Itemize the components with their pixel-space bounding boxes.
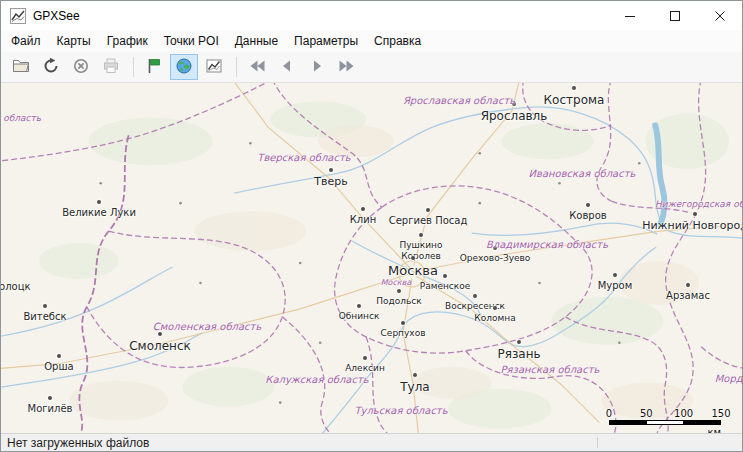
city-label: Коломна: [474, 313, 515, 323]
menu-poi[interactable]: Точки POI: [156, 31, 227, 51]
region-label: Калужская область: [265, 374, 368, 385]
region-label: Москва: [381, 278, 412, 287]
city-label: Полоцк: [1, 281, 31, 292]
city-label: Витебск: [23, 311, 66, 322]
city-dot: [686, 283, 690, 287]
city-label: Раменское: [420, 281, 471, 291]
city-dot: [443, 274, 447, 278]
window-title: GPXSee: [33, 9, 80, 23]
city-label: Арзамас: [666, 290, 710, 301]
gpxsee-window: GPXSee Файл Карты График Точки POI Данны…: [0, 0, 743, 452]
first-icon: [247, 56, 267, 79]
city-label: Обнинск: [339, 311, 380, 321]
city-label: Сергиев Посад: [389, 215, 468, 226]
menu-maps[interactable]: Карты: [49, 31, 99, 51]
region-label: Смоленская область: [153, 321, 262, 332]
menu-bar: Файл Карты График Точки POI Данные Парам…: [1, 30, 742, 52]
first-file-button[interactable]: [243, 54, 271, 80]
close-file-icon: [71, 56, 91, 79]
city-label: Серпухов: [381, 328, 426, 338]
maximize-button[interactable]: [652, 1, 697, 30]
city-dot: [413, 373, 417, 377]
menu-help[interactable]: Справка: [366, 31, 429, 51]
open-file-button[interactable]: [7, 54, 35, 80]
previous-file-button[interactable]: [273, 54, 301, 80]
region-label: Ярославская область: [403, 95, 515, 106]
scale-tick-label: 0: [606, 408, 612, 419]
city-dot: [397, 289, 401, 293]
title-bar[interactable]: GPXSee: [1, 1, 742, 30]
city-dot: [48, 396, 52, 400]
menu-file[interactable]: Файл: [3, 31, 49, 51]
city-dot: [401, 321, 405, 325]
city-label: Орехово-Зуево: [460, 253, 531, 263]
graph-icon: [204, 56, 224, 79]
city-label: Орша: [44, 361, 74, 372]
city-label: Нижний Новгород: [642, 219, 742, 232]
city-dot: [361, 207, 365, 211]
show-map-button[interactable]: [170, 54, 198, 80]
city-dot: [693, 212, 697, 216]
scale-segment: [610, 421, 647, 424]
city-label: Смоленск: [129, 339, 191, 353]
toolbar-separator: [236, 57, 237, 77]
window-controls: [607, 1, 742, 30]
city-label: Кострома: [544, 93, 605, 107]
last-file-button[interactable]: [333, 54, 361, 80]
print-button[interactable]: [97, 54, 125, 80]
city-dot: [57, 354, 61, 358]
globe-icon: [174, 56, 194, 79]
next-icon: [307, 56, 327, 79]
city-dot: [517, 340, 521, 344]
last-icon: [337, 56, 357, 79]
close-button[interactable]: [697, 1, 742, 30]
menu-graph[interactable]: График: [99, 31, 156, 51]
scale-ticks: 050100150: [609, 408, 721, 420]
scale-segment: [647, 421, 684, 424]
city-label: Москва: [388, 263, 438, 278]
scale-tick-label: 50: [640, 408, 653, 419]
city-dot: [158, 332, 162, 336]
minimize-button[interactable]: [607, 1, 652, 30]
city-dot: [357, 304, 361, 308]
city-label: Подольск: [376, 296, 421, 306]
city-label: Клин: [350, 214, 377, 225]
city-dot: [493, 306, 497, 310]
region-label: Владимирская область: [486, 239, 608, 250]
menu-settings[interactable]: Параметры: [286, 31, 366, 51]
status-bar: Нет загруженных файлов: [1, 433, 742, 451]
print-icon: [101, 56, 121, 79]
city-label: Муром: [598, 280, 633, 291]
scale-segment: [683, 421, 720, 424]
city-dot: [586, 203, 590, 207]
region-label: Тульская область: [354, 405, 447, 416]
toolbar: [1, 52, 742, 83]
next-file-button[interactable]: [303, 54, 331, 80]
city-dot: [411, 256, 415, 260]
map-view[interactable]: КостромаЯрославльТверьВеликие ЛукиКлинСе…: [1, 83, 742, 433]
city-dot: [572, 86, 576, 90]
city-label: Алексин: [345, 363, 385, 373]
show-poi-button[interactable]: [140, 54, 168, 80]
status-separator: [597, 437, 598, 448]
close-file-button[interactable]: [67, 54, 95, 80]
open-file-icon: [11, 56, 31, 79]
city-label: Могилёв: [28, 403, 73, 414]
reload-file-button[interactable]: [37, 54, 65, 80]
scale-tick-label: 100: [674, 408, 693, 419]
scale-line: [609, 420, 721, 425]
city-label: Великие Луки: [62, 207, 136, 218]
city-dot: [419, 233, 423, 237]
city-label: Тверь: [314, 175, 347, 188]
city-dot: [97, 200, 101, 204]
show-graphs-button[interactable]: [200, 54, 228, 80]
city-label: Ярославль: [481, 109, 548, 123]
region-label: Псковская область: [1, 113, 41, 123]
city-dot: [613, 273, 617, 277]
map-scale-bar: 050100150 км: [609, 408, 721, 425]
city-dot: [473, 294, 477, 298]
menu-data[interactable]: Данные: [227, 31, 286, 51]
city-label: Тула: [400, 380, 429, 394]
reload-icon: [41, 56, 61, 79]
city-dot: [329, 168, 333, 172]
